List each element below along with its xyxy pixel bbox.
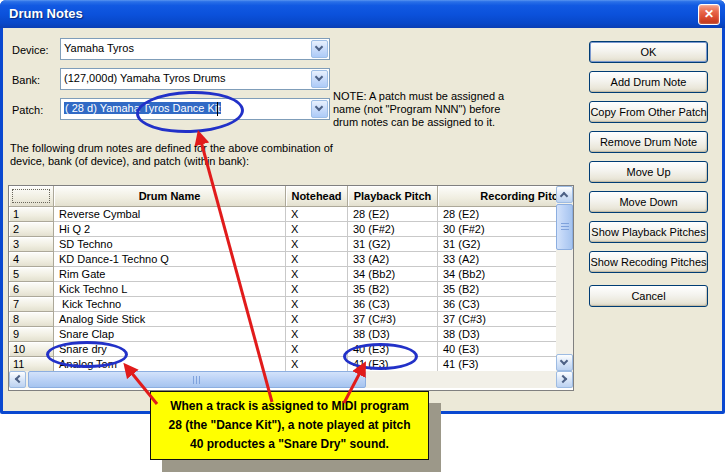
description-line: device, bank (of device), and patch (wit… [10, 155, 333, 168]
description-line: The following drum notes are defined for… [10, 142, 333, 155]
scroll-up-button[interactable] [556, 186, 573, 203]
cell-notehead[interactable]: X [286, 252, 348, 267]
header-recording-pitch: Recording Pitch [438, 186, 556, 207]
header-playback-pitch: Playback Pitch [348, 186, 438, 207]
cell-drum-name[interactable]: Reverse Cymbal [54, 207, 286, 222]
note-line: drum notes can be assigned to it. [333, 116, 504, 129]
horizontal-scroll-thumb[interactable] [28, 371, 366, 388]
ok-button[interactable]: OK [589, 41, 708, 63]
scroll-up-icon [560, 192, 568, 200]
cell-recording-pitch[interactable]: 40 (E3) [438, 342, 556, 357]
cell-recording-pitch[interactable]: 31 (G2) [438, 237, 556, 252]
move-up-button[interactable]: Move Up [589, 161, 708, 183]
screenshot-canvas: Drum Notes ✕ Device: Yamaha Tyros Bank: … [0, 0, 725, 474]
cell-notehead[interactable]: X [286, 282, 348, 297]
cell-playback-pitch[interactable]: 37 (C#3) [348, 312, 438, 327]
scroll-down-icon [560, 357, 568, 365]
row-number[interactable]: 2 [9, 222, 54, 237]
row-number[interactable]: 8 [9, 312, 54, 327]
cell-drum-name[interactable]: KD Dance-1 Techno Q [54, 252, 286, 267]
cell-playback-pitch[interactable]: 30 (F#2) [348, 222, 438, 237]
table-row[interactable]: 6 Kick Techno L X 35 (B2) 35 (B2) [9, 282, 556, 297]
table-row[interactable]: 1 Reverse Cymbal X 28 (E2) 28 (E2) [9, 207, 556, 222]
note-line: name (not "Program NNN") before [333, 103, 504, 116]
row-number[interactable]: 11 [9, 357, 54, 371]
cell-notehead[interactable]: X [286, 222, 348, 237]
cell-drum-name[interactable]: Kick Techno L [54, 282, 286, 297]
cell-recording-pitch[interactable]: 36 (C3) [438, 297, 556, 312]
cell-recording-pitch[interactable]: 28 (E2) [438, 207, 556, 222]
table-row[interactable]: 2 Hi Q 2 X 30 (F#2) 30 (F#2) [9, 222, 556, 237]
cell-notehead[interactable]: X [286, 342, 348, 357]
table-header-row: Drum Name Notehead Playback Pitch Record… [9, 186, 556, 207]
scroll-down-button[interactable] [556, 354, 573, 371]
bank-combobox[interactable]: (127,000d) Yamaha Tyros Drums [60, 68, 330, 90]
scroll-left-button[interactable] [9, 371, 26, 388]
cell-recording-pitch[interactable]: 30 (F#2) [438, 222, 556, 237]
cell-recording-pitch[interactable]: 34 (Bb2) [438, 267, 556, 282]
table-row[interactable]: 7 Kick Techno X 36 (C3) 36 (C3) [9, 297, 556, 312]
tutorial-callout: When a track is assigned to MIDI program… [150, 391, 429, 460]
move-down-button[interactable]: Move Down [589, 191, 708, 213]
table-row[interactable]: 5 Rim Gate X 34 (Bb2) 34 (Bb2) [9, 267, 556, 282]
remove-drum-note-button[interactable]: Remove Drum Note [589, 131, 708, 153]
cancel-button[interactable]: Cancel [589, 285, 708, 307]
cell-notehead[interactable]: X [286, 237, 348, 252]
row-number[interactable]: 7 [9, 297, 54, 312]
callout-line: When a track is assigned to MIDI program [151, 397, 428, 416]
cell-playback-pitch[interactable]: 36 (C3) [348, 297, 438, 312]
close-icon: ✕ [704, 7, 714, 21]
cell-playback-pitch[interactable]: 28 (E2) [348, 207, 438, 222]
table-row[interactable]: 9 Snare Clap X 38 (D3) 38 (D3) [9, 327, 556, 342]
row-number[interactable]: 9 [9, 327, 54, 342]
header-corner-cell [9, 186, 54, 207]
cell-drum-name[interactable]: Hi Q 2 [54, 222, 286, 237]
table-row[interactable]: 8 Analog Side Stick X 37 (C#3) 37 (C#3) [9, 312, 556, 327]
cell-drum-name[interactable]: Rim Gate [54, 267, 286, 282]
cell-drum-name[interactable]: Analog Side Stick [54, 312, 286, 327]
copy-from-other-patch-button[interactable]: Copy From Other Patch [589, 101, 708, 123]
vertical-scrollbar[interactable] [556, 186, 573, 371]
cell-recording-pitch[interactable]: 33 (A2) [438, 252, 556, 267]
thumb-grip-icon [193, 376, 201, 384]
cell-playback-pitch[interactable]: 38 (D3) [348, 327, 438, 342]
row-number[interactable]: 1 [9, 207, 54, 222]
device-combobox[interactable]: Yamaha Tyros [60, 38, 330, 60]
cell-notehead[interactable]: X [286, 207, 348, 222]
cell-playback-pitch[interactable]: 35 (B2) [348, 282, 438, 297]
row-number[interactable]: 5 [9, 267, 54, 282]
cell-notehead[interactable]: X [286, 312, 348, 327]
cell-recording-pitch[interactable]: 41 (F3) [438, 357, 556, 371]
row-number[interactable]: 3 [9, 237, 54, 252]
table-row[interactable]: 3 SD Techno X 31 (G2) 31 (G2) [9, 237, 556, 252]
window-title: Drum Notes [9, 6, 83, 21]
cell-playback-pitch[interactable]: 31 (G2) [348, 237, 438, 252]
add-drum-note-button[interactable]: Add Drum Note [589, 71, 708, 93]
row-number[interactable]: 4 [9, 252, 54, 267]
cell-recording-pitch[interactable]: 37 (C#3) [438, 312, 556, 327]
close-button[interactable]: ✕ [698, 4, 720, 25]
show-playback-pitches-button[interactable]: Show Playback Pitches [589, 221, 708, 243]
cell-recording-pitch[interactable]: 38 (D3) [438, 327, 556, 342]
cell-drum-name[interactable]: Snare Clap [54, 327, 286, 342]
cell-notehead[interactable]: X [286, 297, 348, 312]
device-dropdown-button[interactable] [311, 40, 328, 58]
cell-drum-name[interactable]: SD Techno [54, 237, 286, 252]
vertical-scroll-thumb[interactable] [556, 204, 573, 250]
table-row[interactable]: 4 KD Dance-1 Techno Q X 33 (A2) 33 (A2) [9, 252, 556, 267]
bank-dropdown-button[interactable] [311, 70, 328, 88]
cell-playback-pitch[interactable]: 34 (Bb2) [348, 267, 438, 282]
cell-recording-pitch[interactable]: 35 (B2) [438, 282, 556, 297]
titlebar[interactable]: Drum Notes ✕ [0, 0, 725, 28]
cell-drum-name[interactable]: Kick Techno [54, 297, 286, 312]
row-number[interactable]: 6 [9, 282, 54, 297]
horizontal-scrollbar[interactable] [9, 371, 573, 388]
cell-notehead[interactable]: X [286, 357, 348, 371]
header-drum-name: Drum Name [54, 186, 286, 207]
cell-notehead[interactable]: X [286, 267, 348, 282]
patch-dropdown-button[interactable] [311, 100, 328, 118]
cell-playback-pitch[interactable]: 33 (A2) [348, 252, 438, 267]
cell-notehead[interactable]: X [286, 327, 348, 342]
show-recoding-pitches-button[interactable]: Show Recoding Pitches [589, 251, 708, 273]
scroll-right-button[interactable] [556, 371, 573, 388]
